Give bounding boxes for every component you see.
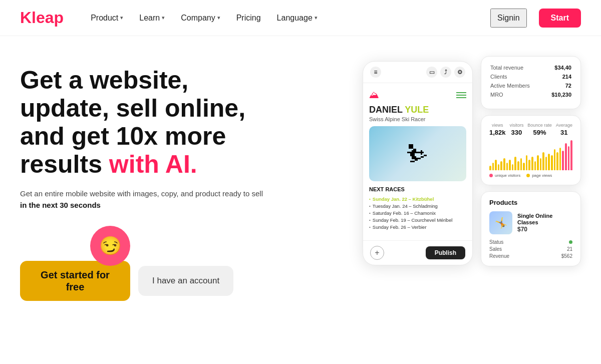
bar	[509, 160, 511, 170]
hero-section: Get a website, update, sell online, and …	[20, 56, 363, 364]
stats-label: Active Members	[490, 83, 530, 89]
bar	[528, 160, 530, 170]
tablet-icon[interactable]: ▭	[426, 67, 437, 78]
analytics-col-label: Bounce rate	[527, 123, 552, 128]
bar	[498, 164, 500, 170]
nav-pricing[interactable]: Pricing	[229, 10, 268, 27]
bar	[506, 163, 508, 170]
main-content: Get a website, update, sell online, and …	[0, 36, 601, 364]
analytics-col-val: 59%	[527, 129, 552, 136]
analytics-col: visitors330	[509, 123, 523, 136]
chevron-down-icon: ▾	[162, 15, 165, 21]
bar	[562, 151, 564, 170]
stats-value: 214	[562, 74, 571, 80]
signin-button[interactable]: Signin	[490, 9, 526, 28]
bar	[551, 155, 553, 170]
product-sales-row: Sales 21	[489, 246, 572, 252]
start-button[interactable]: Start	[539, 9, 581, 28]
analytics-col: Average31	[556, 123, 572, 136]
cta-row: Get started forfree I have an account	[20, 261, 343, 301]
cta-primary-text: Get started forfree	[41, 269, 110, 293]
bar	[537, 155, 539, 170]
person-subtitle: Swiss Alpine Ski Racer	[369, 116, 466, 122]
header: Kleap Product ▾ Learn ▾ Company ▾ Pricin…	[0, 0, 601, 36]
stats-row: Total revenue$34,40	[490, 65, 571, 71]
race-list-item: Sunday Feb. 19 – Courchevel Méribel	[369, 216, 466, 223]
product-price: $70	[517, 226, 572, 233]
status-dot	[569, 239, 572, 245]
stats-label: MRO	[490, 92, 503, 98]
stats-row: Active Members72	[490, 83, 571, 89]
bar	[545, 157, 547, 170]
bar-chart	[489, 140, 572, 170]
settings-icon[interactable]: ⚙	[454, 67, 465, 78]
race-list-item: Sunday Jan. 22 – Kitzbühel	[369, 195, 466, 202]
side-panels: Total revenue$34,40Clients214Active Memb…	[481, 56, 581, 266]
analytics-col-label: visitors	[509, 123, 523, 128]
menu-icon[interactable]: ≡	[370, 67, 381, 78]
bar	[489, 166, 491, 170]
bar	[534, 161, 536, 170]
ski-figure-icon: ⛷	[406, 140, 430, 168]
legend-item: unique visitors	[489, 173, 520, 178]
phone-bottom-bar: + Publish	[363, 240, 472, 265]
add-button[interactable]: +	[370, 246, 384, 260]
have-account-button[interactable]: I have an account	[138, 266, 233, 296]
bar	[531, 157, 533, 170]
hero-subtitle: Get an entire mobile website with images…	[20, 188, 270, 211]
product-thumbnail: 🤸	[489, 211, 512, 234]
chart-legend: unique visitorspage views	[489, 173, 572, 178]
stats-value: 72	[565, 83, 571, 89]
analytics-col: views1,82k	[489, 123, 506, 136]
stats-label: Total revenue	[490, 65, 523, 71]
bar	[514, 157, 516, 170]
phone-body: ⛰ DANIEL YULE Swiss Alpine Ski Racer ⛷ N…	[363, 83, 472, 236]
share-icon[interactable]: ⤴	[440, 67, 451, 78]
bar	[503, 158, 505, 170]
hero-title: Get a website, update, sell online, and …	[20, 66, 343, 178]
nav-company[interactable]: Company ▾	[174, 10, 227, 27]
analytics-panel: views1,82kvisitors330Bounce rate59%Avera…	[481, 115, 581, 185]
bar	[520, 158, 522, 170]
race-list: Sunday Jan. 22 – KitzbühelTuesday Jan. 2…	[369, 195, 466, 230]
stats-panel: Total revenue$34,40Clients214Active Memb…	[481, 56, 581, 109]
bar	[568, 146, 570, 170]
bar	[540, 158, 542, 170]
nav-learn[interactable]: Learn ▾	[132, 10, 172, 27]
bar	[492, 163, 494, 170]
chevron-down-icon: ▾	[217, 15, 220, 21]
race-list-item: Tuesday Jan. 24 – Schladming	[369, 202, 466, 209]
analytics-col-label: views	[489, 123, 506, 128]
race-list-item: Saturday Feb. 16 – Chamonix	[369, 209, 466, 216]
get-started-button[interactable]: Get started forfree	[20, 261, 130, 301]
bar	[556, 152, 558, 170]
nav-language[interactable]: Language ▾	[270, 10, 325, 27]
stats-label: Clients	[490, 74, 507, 80]
logo[interactable]: Kleap	[20, 9, 64, 27]
bar	[548, 154, 550, 170]
legend-dot	[489, 174, 493, 177]
product-info: Single Online Classes $70	[517, 211, 572, 234]
stats-value: $34,40	[554, 65, 571, 71]
legend-label: page views	[532, 173, 552, 178]
bar	[500, 161, 502, 170]
brand-logo-icon: ⛰	[369, 89, 379, 101]
chevron-down-icon: ▾	[120, 15, 123, 21]
legend-label: unique visitors	[495, 173, 520, 178]
phone-menu-icon	[456, 92, 466, 98]
bar	[565, 143, 567, 170]
bar	[523, 163, 525, 170]
phone-mockup: ≡ ▭ ⤴ ⚙ ⛰ DANIEL YULE Swiss Alpine Ski	[363, 61, 473, 265]
analytics-header: views1,82kvisitors330Bounce rate59%Avera…	[489, 123, 572, 136]
race-list-item: Sunday Feb. 26 – Verbier	[369, 223, 466, 230]
nav-product[interactable]: Product ▾	[84, 10, 130, 27]
bar	[542, 152, 544, 170]
stats-value: $10,230	[551, 92, 571, 98]
analytics-col-val: 31	[556, 129, 572, 136]
right-section: ≡ ▭ ⤴ ⚙ ⛰ DANIEL YULE Swiss Alpine Ski	[363, 56, 581, 364]
bar	[554, 149, 556, 170]
publish-button[interactable]: Publish	[426, 246, 465, 259]
legend-dot	[526, 174, 530, 177]
stats-row: MRO$10,230	[490, 92, 571, 98]
products-title: Products	[489, 199, 572, 206]
